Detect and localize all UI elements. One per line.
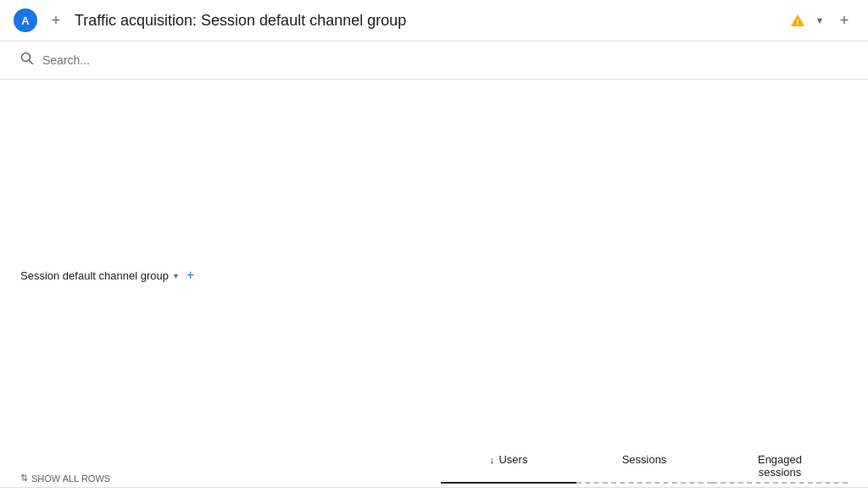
- page-title: Traffic acquisition: Session default cha…: [75, 12, 775, 30]
- col-header-users[interactable]: ↓ Users: [441, 453, 576, 484]
- show-all-rows-label: SHOW ALL ROWS: [31, 473, 110, 484]
- col-header-engaged-sessions[interactable]: Engagedsessions: [712, 453, 848, 484]
- col-label-users: Users: [498, 453, 527, 466]
- metrics-header: ↓ Users Sessions Engagedsessions: [402, 453, 848, 484]
- dimension-label-row: Session default channel group ▾ +: [20, 86, 402, 468]
- sort-arrow-users: ↓: [490, 455, 495, 465]
- show-all-rows-button[interactable]: ⇅ SHOW ALL ROWS: [20, 468, 402, 484]
- search-bar: [0, 42, 868, 80]
- dimension-sort-icon[interactable]: ▾: [174, 271, 178, 280]
- avatar: A: [14, 8, 37, 32]
- add-dimension-button[interactable]: +: [186, 268, 194, 283]
- svg-text:!: !: [797, 18, 799, 26]
- dimension-column-header: Session default channel group ▾ + ⇅ SHOW…: [20, 86, 402, 484]
- add-tab-button[interactable]: +: [46, 10, 66, 30]
- summary-spacer: [20, 495, 402, 498]
- col-label-engaged-sessions: Engagedsessions: [758, 453, 802, 479]
- summary-row: 10,225 vs. 7,578 ↑ 34.93% 13,971 vs. 10,…: [0, 488, 868, 498]
- add-report-button[interactable]: +: [834, 10, 854, 30]
- search-icon: [20, 52, 34, 69]
- col-header-sessions[interactable]: Sessions: [576, 453, 712, 484]
- col-label-sessions: Sessions: [622, 453, 667, 466]
- dimension-label: Session default channel group: [20, 269, 169, 282]
- warning-icon: !: [790, 14, 805, 27]
- search-input[interactable]: [42, 53, 848, 67]
- expand-icon: ⇅: [20, 473, 28, 484]
- report-dropdown-button[interactable]: ▾: [814, 11, 826, 30]
- table-header: Session default channel group ▾ + ⇅ SHOW…: [0, 80, 868, 488]
- svg-line-3: [30, 61, 33, 64]
- tab-bar: A + Traffic acquisition: Session default…: [0, 0, 868, 42]
